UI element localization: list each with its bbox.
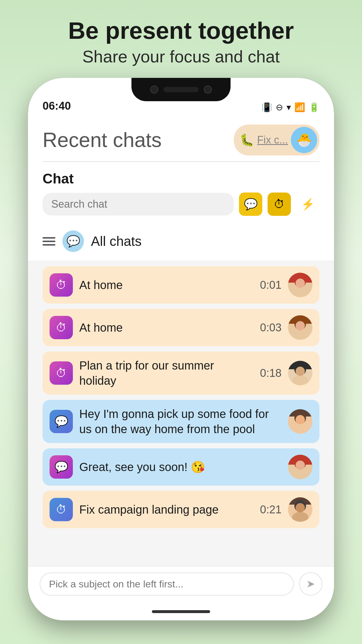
chat-item-content: Great, see you soon! 😘	[79, 459, 282, 475]
avatar	[288, 497, 312, 522]
avatar-svg	[288, 361, 312, 385]
subject-input[interactable]	[40, 573, 294, 596]
all-chats-filter-row[interactable]: 💬 All chats	[28, 222, 334, 261]
send-icon: ➤	[306, 578, 315, 590]
svg-point-8	[296, 367, 305, 376]
timer-button[interactable]: ⏱	[268, 192, 291, 216]
send-button[interactable]: ➤	[299, 572, 322, 596]
svg-point-17	[296, 503, 305, 512]
chat-item-name: Plan a trip for our summer holiday	[79, 358, 254, 388]
chat-item-time: 0:21	[260, 503, 282, 516]
chat-item-timer-icon: ⏱	[50, 498, 73, 521]
status-time: 06:40	[43, 100, 71, 112]
camera	[150, 85, 158, 94]
promo-section: Be present together Share your focus and…	[68, 0, 294, 78]
search-row: 💬 ⏱ ⚡	[43, 192, 319, 216]
signal-icon: 📶	[294, 102, 305, 112]
notch	[131, 78, 231, 101]
camera2	[204, 85, 212, 94]
svg-point-4	[292, 330, 308, 340]
svg-point-1	[292, 287, 308, 297]
chat-item-name: At home	[79, 320, 254, 335]
speaker	[164, 87, 198, 92]
promo-title: Be present together	[68, 18, 294, 44]
chat-item-timer-icon: ⏱	[50, 273, 73, 297]
chat-item[interactable]: ⏱ Plan a trip for our summer holiday 0:1…	[43, 351, 319, 395]
chat-item-content: Hey I'm gonna pick up some food for us o…	[79, 406, 282, 437]
avatar	[288, 455, 312, 479]
all-chats-label: All chats	[91, 233, 142, 249]
chat-item-content: At home	[79, 320, 254, 335]
all-chats-icon: 💬	[62, 230, 84, 252]
search-input[interactable]	[43, 193, 234, 216]
svg-point-7	[292, 375, 308, 385]
svg-point-5	[296, 321, 305, 330]
chat-item-name: At home	[79, 277, 254, 293]
promo-subtitle: Share your focus and chat	[68, 47, 294, 66]
bug-icon: 🐛	[240, 133, 254, 147]
chat-item[interactable]: ⏱ Fix campaign landing page 0:21	[43, 491, 319, 528]
menu-icon[interactable]	[43, 237, 55, 246]
chat-item[interactable]: ⏱ At home 0:01	[43, 266, 319, 304]
chat-item-content: Plan a trip for our summer holiday	[79, 358, 254, 388]
avatar	[288, 273, 312, 297]
chat-item-time: 0:03	[260, 321, 282, 334]
svg-point-2	[296, 279, 305, 288]
activity-button[interactable]: ⚡	[296, 192, 319, 216]
svg-point-14	[296, 461, 305, 470]
chat-item-chat-icon: 💬	[50, 455, 73, 479]
chat-item-timer-icon: ⏱	[50, 316, 73, 339]
chat-item-timer-icon: ⏱	[50, 361, 73, 385]
chat-item-name: Fix campaign landing page	[79, 502, 254, 517]
battery-icon: 🔋	[309, 102, 319, 112]
phone-screen: Recent chats 🐛 Fix c... 🐣 Chat 💬 ⏱	[28, 116, 334, 603]
avatar	[288, 409, 312, 434]
chat-item-content: At home	[79, 277, 254, 293]
chat-item-time: 0:01	[260, 279, 282, 291]
chat-label: Chat	[43, 171, 319, 187]
svg-point-13	[292, 469, 308, 479]
fix-label[interactable]: Fix c...	[257, 134, 288, 146]
chat-section: Chat 💬 ⏱ ⚡	[28, 162, 334, 222]
chat-item-chat-icon: 💬	[50, 410, 73, 433]
home-indicator	[152, 610, 210, 613]
user-avatar-header[interactable]: 🐣	[291, 127, 317, 153]
chat-item-time: 0:18	[260, 367, 282, 379]
dnd-icon: ⊖	[276, 102, 283, 112]
avatar	[288, 315, 312, 340]
status-icons: 📳 ⊖ ▾ 📶 🔋	[261, 102, 319, 112]
chat-item[interactable]: 💬 Hey I'm gonna pick up some food for us…	[43, 400, 319, 443]
bottom-input-row: ➤	[28, 566, 334, 603]
avatar-svg	[288, 409, 312, 434]
avatar-emoji: 🐣	[296, 132, 312, 148]
app-title: Recent chats	[43, 128, 162, 152]
timer-icon: ⏱	[274, 198, 285, 211]
chat-icon: 💬	[244, 198, 258, 211]
avatar-svg	[288, 455, 312, 479]
phone-frame: 06:40 📳 ⊖ ▾ 📶 🔋 Recent chats 🐛 Fix c... …	[28, 78, 334, 620]
chat-list: ⏱ At home 0:01 ⏱ At home	[28, 261, 334, 566]
svg-point-16	[292, 512, 308, 522]
svg-point-10	[292, 424, 308, 434]
status-bar: 06:40 📳 ⊖ ▾ 📶 🔋	[28, 78, 334, 116]
chat-item[interactable]: ⏱ At home 0:03	[43, 309, 319, 346]
avatar-svg	[288, 273, 312, 297]
chat-item-name: Great, see you soon! 😘	[79, 459, 282, 475]
chat-button[interactable]: 💬	[239, 192, 262, 216]
chat-item-content: Fix campaign landing page	[79, 502, 254, 517]
wifi-icon: ▾	[287, 102, 291, 112]
avatar	[288, 361, 312, 385]
avatar-svg	[288, 315, 312, 340]
chat-item-name: Hey I'm gonna pick up some food for us o…	[79, 406, 282, 437]
header-right-button[interactable]: 🐛 Fix c... 🐣	[234, 125, 319, 155]
chat-item[interactable]: 💬 Great, see you soon! 😘	[43, 448, 319, 486]
phone-bottom-bar	[28, 603, 334, 620]
vibrate-icon: 📳	[261, 102, 272, 112]
avatar-svg	[288, 497, 312, 522]
svg-point-11	[296, 415, 305, 424]
app-header: Recent chats 🐛 Fix c... 🐣	[28, 116, 334, 161]
activity-icon: ⚡	[301, 198, 315, 211]
